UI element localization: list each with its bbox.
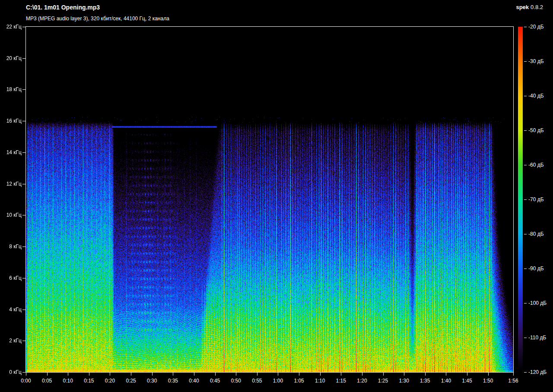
file-path-title: C:\01. 1m01 Opening.mp3 bbox=[26, 4, 100, 11]
x-tick-label: 0:05 bbox=[37, 377, 57, 384]
y-tick bbox=[22, 58, 25, 59]
x-tick-label: 1:30 bbox=[394, 377, 414, 384]
x-tick-label: 1:15 bbox=[331, 377, 351, 384]
y-tick-label: 14 кГц bbox=[0, 149, 22, 156]
y-tick bbox=[22, 341, 25, 341]
y-tick bbox=[22, 372, 25, 373]
legend-tick-label: -50 дБ bbox=[528, 127, 544, 134]
x-tick-label: 0:20 bbox=[99, 377, 120, 384]
x-tick-label: 0:25 bbox=[121, 377, 141, 384]
x-tick bbox=[404, 373, 404, 376]
legend-tick bbox=[524, 96, 527, 96]
app-brand: spek0.8.2 bbox=[516, 4, 543, 10]
spectrogram-canvas bbox=[25, 26, 514, 373]
x-tick-label: 0:30 bbox=[142, 377, 162, 384]
y-tick-label: 10 кГц bbox=[0, 212, 22, 218]
y-tick-label: 4 кГц bbox=[0, 306, 22, 313]
y-tick bbox=[22, 278, 25, 278]
y-tick-label: 18 кГц bbox=[0, 86, 22, 93]
x-tick bbox=[68, 373, 68, 376]
x-tick-label: 1:40 bbox=[435, 377, 456, 384]
legend-tick-label: -70 дБ bbox=[528, 196, 544, 203]
legend-tick-label: -110 дБ bbox=[528, 334, 546, 341]
y-tick bbox=[22, 121, 25, 121]
x-tick bbox=[341, 373, 341, 376]
y-tick bbox=[22, 215, 25, 215]
legend-tick-label: -30 дБ bbox=[528, 58, 544, 65]
x-tick bbox=[425, 373, 426, 376]
app-name: spek bbox=[516, 4, 529, 10]
x-tick bbox=[110, 373, 110, 376]
x-tick-label: 1:25 bbox=[373, 377, 394, 384]
y-tick-label: 16 кГц bbox=[0, 117, 22, 124]
app-version: 0.8.2 bbox=[531, 4, 543, 10]
y-tick bbox=[22, 247, 25, 247]
spek-window: C:\01. 1m01 Opening.mp3 spek0.8.2 MP3 (M… bbox=[0, 0, 553, 392]
x-tick-label: 0:45 bbox=[205, 377, 226, 384]
x-tick-label: 1:00 bbox=[267, 377, 288, 384]
x-tick bbox=[47, 373, 48, 376]
x-tick bbox=[173, 373, 173, 376]
y-tick bbox=[22, 184, 25, 184]
y-tick bbox=[22, 310, 25, 310]
legend-tick bbox=[524, 165, 527, 165]
legend-tick-label: -90 дБ bbox=[528, 265, 544, 272]
legend-tick bbox=[524, 372, 527, 373]
legend-tick bbox=[524, 199, 527, 200]
x-tick-label: 1:50 bbox=[478, 377, 499, 384]
x-tick bbox=[299, 373, 299, 376]
y-tick-label: 2 кГц bbox=[0, 337, 22, 344]
x-tick-label: 1:35 bbox=[415, 377, 435, 384]
x-tick-label: 1:05 bbox=[289, 377, 309, 384]
y-tick-label: 0 кГц bbox=[0, 369, 22, 376]
x-tick-label: 0:00 bbox=[16, 377, 36, 384]
x-tick bbox=[152, 373, 153, 376]
legend-tick-label: -120 дБ bbox=[528, 369, 547, 376]
x-tick bbox=[446, 373, 446, 376]
x-tick-label: 1:56 bbox=[503, 377, 524, 384]
x-tick-label: 0:15 bbox=[79, 377, 99, 384]
legend-tick-label: -40 дБ bbox=[528, 92, 544, 99]
x-tick bbox=[131, 373, 131, 376]
x-tick-label: 0:55 bbox=[247, 377, 267, 384]
audio-format-info: MP3 (MPEG audio layer 3), 320 кбит/сек, … bbox=[26, 16, 169, 22]
x-tick bbox=[89, 373, 89, 376]
legend-tick bbox=[524, 338, 527, 338]
x-tick-label: 0:35 bbox=[162, 377, 183, 384]
y-tick-label: 12 кГц bbox=[0, 180, 22, 187]
x-tick-label: 1:20 bbox=[352, 377, 372, 384]
x-tick bbox=[467, 373, 467, 376]
x-tick bbox=[513, 373, 514, 376]
y-tick-label: 22 кГц bbox=[0, 23, 22, 30]
x-tick-label: 0:10 bbox=[57, 377, 78, 384]
y-tick bbox=[22, 152, 25, 153]
y-tick bbox=[22, 27, 25, 27]
x-tick-label: 1:10 bbox=[310, 377, 331, 384]
x-tick-label: 0:40 bbox=[184, 377, 204, 384]
x-tick bbox=[26, 373, 26, 376]
x-tick-label: 0:50 bbox=[226, 377, 246, 384]
legend-tick bbox=[524, 234, 527, 234]
x-tick bbox=[362, 373, 362, 376]
x-tick bbox=[383, 373, 384, 376]
y-tick-label: 20 кГц bbox=[0, 55, 22, 62]
x-tick bbox=[320, 373, 321, 376]
x-tick bbox=[236, 373, 236, 376]
legend-tick bbox=[524, 269, 527, 269]
legend-tick bbox=[524, 303, 527, 303]
x-tick bbox=[257, 373, 257, 376]
y-tick-label: 6 кГц bbox=[0, 275, 22, 281]
x-tick bbox=[488, 373, 489, 376]
legend-tick-label: -80 дБ bbox=[528, 231, 544, 237]
x-tick bbox=[194, 373, 194, 376]
legend-tick-label: -100 дБ bbox=[528, 300, 547, 307]
legend-tick bbox=[524, 27, 527, 27]
x-tick bbox=[215, 373, 216, 376]
legend-colorbar bbox=[518, 27, 523, 372]
legend-tick-label: -60 дБ bbox=[528, 161, 544, 168]
y-tick-label: 8 кГц bbox=[0, 243, 22, 250]
legend-tick bbox=[524, 130, 527, 131]
x-tick-label: 1:45 bbox=[457, 377, 477, 384]
x-tick bbox=[278, 373, 278, 376]
y-tick bbox=[22, 89, 25, 90]
